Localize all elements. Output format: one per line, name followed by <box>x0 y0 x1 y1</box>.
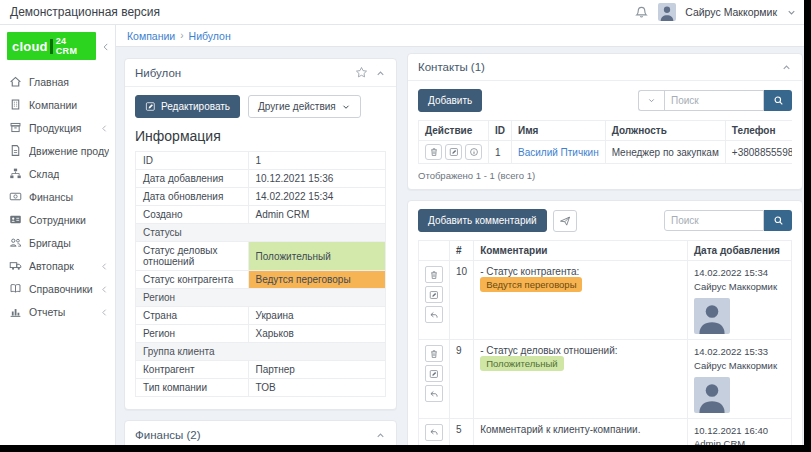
contacts-card: Контакты (1) Добавить <box>407 53 803 190</box>
region-link[interactable]: Харьков <box>248 325 386 343</box>
delete-button[interactable] <box>425 266 443 283</box>
comments-search-input[interactable] <box>664 210 764 231</box>
logo[interactable]: cloud 24 CRM <box>7 32 96 60</box>
other-actions-button[interactable]: Другие действия <box>248 95 361 118</box>
edit-button[interactable] <box>445 144 462 160</box>
sidebar-item-directories[interactable]: Справочники <box>0 277 115 300</box>
reply-button[interactable] <box>425 424 443 441</box>
comments-search-button[interactable] <box>764 210 792 231</box>
submenu-chevron-left-icon <box>100 283 109 295</box>
comment-row: 10 - Статус контрагента: Ведутся перегов… <box>419 261 792 340</box>
search-icon <box>773 95 784 106</box>
sidebar-item-label: Сотрудники <box>29 214 86 226</box>
submenu-chevron-left-icon <box>100 122 109 134</box>
status-badge: Положительный <box>248 242 386 271</box>
chart-icon <box>9 305 22 318</box>
info-section-row: Статусы <box>136 224 386 242</box>
chevron-down-icon <box>341 102 351 112</box>
sitemap-icon <box>9 167 22 180</box>
trash-icon <box>429 270 439 280</box>
sidebar-item-label: Движение продукции <box>29 145 109 157</box>
country-link[interactable]: Украина <box>248 307 386 325</box>
favorite-star-icon[interactable] <box>355 66 368 79</box>
collapse-chevron-up-icon[interactable] <box>781 61 792 73</box>
breadcrumb-company-link[interactable]: Нибулон <box>189 30 231 42</box>
edit-button[interactable]: Редактировать <box>135 95 240 118</box>
user-menu-chevron-down-icon[interactable] <box>786 6 797 19</box>
reply-button[interactable] <box>425 306 443 323</box>
edit-icon <box>429 369 439 379</box>
sidebar-item-label: Финансы <box>29 191 73 203</box>
add-comment-button[interactable]: Добавить комментарий <box>418 209 547 232</box>
status-badge: Ведутся переговоры <box>248 271 386 289</box>
collapse-chevron-up-icon[interactable] <box>375 67 386 79</box>
company-card-title: Нибулон <box>135 67 181 79</box>
box-icon <box>9 121 22 134</box>
sidebar-collapse-icon[interactable] <box>101 40 111 52</box>
sidebar-item-label: Компании <box>29 99 77 111</box>
breadcrumb: Компании › Нибулон <box>116 25 811 47</box>
sidebar-item-product-movement[interactable]: Движение продукции <box>0 139 115 162</box>
contacts-add-button[interactable]: Добавить <box>418 89 482 112</box>
sidebar-item-products[interactable]: Продукция <box>0 116 115 139</box>
logo-text-24crm: 24 CRM <box>56 36 91 56</box>
info-row: Дата добавления10.12.2021 15:36 <box>136 170 386 188</box>
contact-name-link[interactable]: Василий Птичкин <box>518 147 599 158</box>
contacts-search-input[interactable] <box>664 90 764 111</box>
delete-button[interactable] <box>425 345 443 362</box>
collapse-chevron-up-icon[interactable] <box>375 428 386 440</box>
edit-button[interactable] <box>425 365 443 382</box>
sidebar-item-employees[interactable]: Сотрудники <box>0 208 115 231</box>
breadcrumb-companies-link[interactable]: Компании <box>127 30 175 42</box>
comment-date: 14.02.2022 15:33 <box>694 345 785 359</box>
sidebar-item-finance[interactable]: Финансы <box>0 185 115 208</box>
contact-row: 1 Василий Птичкин Менеджер по закупкам +… <box>419 141 793 164</box>
logo-text-cloud: cloud <box>12 39 48 54</box>
send-comment-button[interactable] <box>553 210 577 232</box>
users-icon <box>9 236 22 249</box>
sidebar-item-reports[interactable]: Отчеты <box>0 300 115 323</box>
info-row: СозданоAdmin CRM <box>136 206 386 224</box>
delete-button[interactable] <box>425 144 442 160</box>
info-icon <box>469 147 479 157</box>
comments-table: # Комментарии Дата добавления <box>418 240 792 452</box>
edit-icon <box>449 147 459 157</box>
sidebar-item-label: Склад <box>29 168 59 180</box>
trash-icon <box>429 147 439 157</box>
sidebar-item-label: Автопарк <box>29 260 74 272</box>
comment-row: 9 - Статус деловых отношений: Положитель… <box>419 340 792 419</box>
user-menu-name[interactable]: Сайрус Маккормик <box>685 6 777 18</box>
home-icon <box>9 75 22 88</box>
sidebar-item-companies[interactable]: Компании <box>0 93 115 116</box>
book-icon <box>9 282 22 295</box>
sidebar-item-label: Отчеты <box>29 306 65 318</box>
file-icon <box>9 144 22 157</box>
comment-date: 14.02.2022 15:34 <box>694 266 785 280</box>
breadcrumb-separator: › <box>180 30 183 41</box>
sidebar-item-brigades[interactable]: Бригады <box>0 231 115 254</box>
sidebar-item-autopark[interactable]: Автопарк <box>0 254 115 277</box>
contacts-table: Действие ID Имя Должность Телефон Эл. по… <box>418 120 792 164</box>
contacts-search-button[interactable] <box>764 90 792 111</box>
info-section-row: Группа клиента <box>136 343 386 361</box>
building-icon <box>9 98 22 111</box>
finance-card-title: Финансы (2) <box>135 429 201 441</box>
info-row: Статус деловых отношенийПоложительный <box>136 242 386 271</box>
contacts-filter-select[interactable] <box>638 90 664 111</box>
sidebar-item-warehouse[interactable]: Склад <box>0 162 115 185</box>
comment-author: Сайрус Маккормик <box>694 280 785 294</box>
chevron-down-icon <box>647 96 656 105</box>
info-row: ID1 <box>136 152 386 170</box>
logo-divider <box>50 39 53 54</box>
status-badge: Ведутся переговоры <box>480 277 582 292</box>
edit-button[interactable] <box>425 286 443 303</box>
notifications-bell-icon[interactable] <box>634 5 649 20</box>
submenu-chevron-left-icon <box>100 306 109 318</box>
info-button[interactable] <box>465 144 482 160</box>
user-avatar[interactable] <box>658 3 676 21</box>
sidebar-item-label: Справочники <box>29 283 93 295</box>
company-info-table: ID1 Дата добавления10.12.2021 15:36 Дата… <box>135 151 386 397</box>
comments-card: Добавить комментарий <box>407 200 803 452</box>
sidebar-item-home[interactable]: Главная <box>0 70 115 93</box>
reply-button[interactable] <box>425 385 443 402</box>
